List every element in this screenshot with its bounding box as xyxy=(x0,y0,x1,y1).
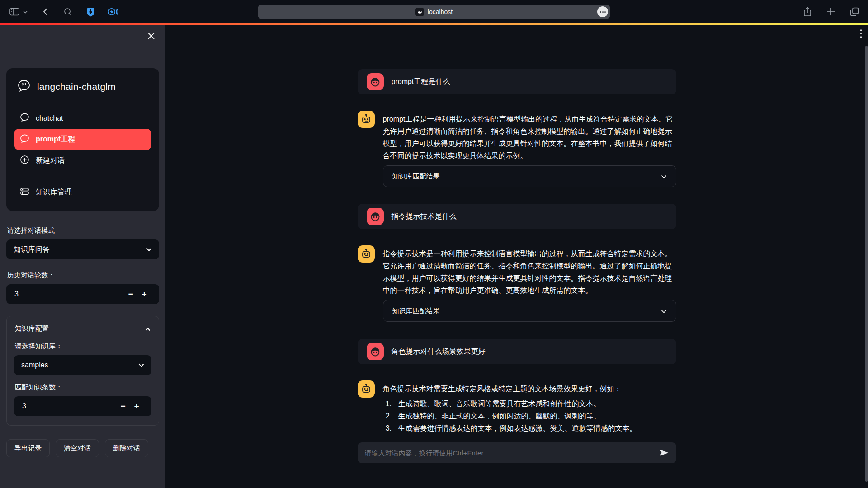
user-message-text: prompt工程是什么 xyxy=(392,77,450,87)
address-url: localhost xyxy=(428,8,453,15)
user-message: prompt工程是什么 xyxy=(358,69,676,94)
kb-match-expander[interactable]: 知识库匹配结果 xyxy=(383,165,676,187)
increment-button[interactable]: + xyxy=(130,401,143,411)
chevron-down-icon xyxy=(146,245,152,253)
share-icon[interactable] xyxy=(802,6,813,17)
chat-input-bar xyxy=(358,442,676,463)
chat-input[interactable] xyxy=(365,449,654,457)
search-icon[interactable] xyxy=(62,6,73,17)
kb-config-title: 知识库配置 xyxy=(15,324,49,333)
assistant-message-text: 指令提示技术是一种利用提示来控制语言模型输出的过程，从而生成符合特定需求的文本。… xyxy=(383,245,676,296)
user-message: 角色提示对什么场景效果更好 xyxy=(358,339,676,364)
address-more-button[interactable] xyxy=(597,6,608,17)
sidebar-item-label: 新建对话 xyxy=(36,156,65,165)
kb-select-label: 请选择知识库： xyxy=(15,342,151,351)
user-message-text: 指令提示技术是什么 xyxy=(392,212,457,221)
kb-select-value: samples xyxy=(21,361,48,369)
chevron-down-icon xyxy=(23,6,28,17)
kb-match-expander-label: 知识库匹配结果 xyxy=(392,307,440,315)
send-icon[interactable] xyxy=(659,449,669,457)
sidebar-item-label: prompt工程 xyxy=(36,135,75,144)
decrement-button[interactable]: − xyxy=(124,289,137,299)
sidebar-item-chatchat[interactable]: chatchat xyxy=(14,108,151,129)
app-logo-icon xyxy=(17,79,31,94)
history-rounds-stepper[interactable]: 3 − + xyxy=(6,284,159,304)
browser-toolbar: localhost xyxy=(0,0,868,23)
assistant-message-text: prompt工程是一种利用提示来控制语言模型输出的过程，从而生成符合特定需求的文… xyxy=(383,111,676,162)
user-avatar xyxy=(367,73,384,90)
kb-match-expander-label: 知识库匹配结果 xyxy=(392,172,440,181)
sidebar-toggle-button[interactable] xyxy=(9,6,28,17)
app-title: langchain-chatglm xyxy=(37,81,116,92)
plus-circle-icon xyxy=(20,155,29,166)
chevron-down-icon xyxy=(661,173,667,180)
list-item: 生成诗歌、歌词、音乐歌词等需要具有艺术感和创作性的文本。 xyxy=(394,398,637,410)
app-sidebar: langchain-chatglm chatchat prompt工程 xyxy=(0,25,165,488)
kb-match-expander[interactable]: 知识库匹配结果 xyxy=(383,300,676,322)
dialog-mode-label: 请选择对话模式 xyxy=(7,226,158,235)
sidebar-close-icon[interactable] xyxy=(147,32,156,41)
decrement-button[interactable]: − xyxy=(116,401,130,411)
clear-dialog-button[interactable]: 清空对话 xyxy=(56,439,99,457)
extension-star-wave-icon[interactable] xyxy=(108,6,118,17)
user-avatar xyxy=(367,343,384,360)
assistant-message-text: 角色提示技术对需要生成特定风格或特定主题的文本场景效果更好，例如： xyxy=(383,380,637,395)
user-avatar xyxy=(367,208,384,225)
sidebar-item-prompt-project[interactable]: prompt工程 xyxy=(14,129,151,150)
assistant-message: prompt工程是一种利用提示来控制语言模型输出的过程，从而生成符合特定需求的文… xyxy=(358,111,676,162)
topk-stepper[interactable]: 3 − + xyxy=(14,396,151,416)
database-stack-icon xyxy=(20,187,29,198)
dialog-mode-value: 知识库问答 xyxy=(14,245,50,254)
page-scrollbar[interactable] xyxy=(865,46,868,482)
user-message-text: 角色提示对什么场景效果更好 xyxy=(392,347,486,357)
sidebar-item-label: chatchat xyxy=(36,114,63,122)
site-favicon xyxy=(415,8,424,16)
extension-shield-icon[interactable] xyxy=(85,6,96,17)
chat-bubble-icon xyxy=(20,113,29,124)
chevron-down-icon xyxy=(138,361,144,369)
assistant-message-list: 生成诗歌、歌词、音乐歌词等需要具有艺术感和创作性的文本。 生成独特的、非正式的文… xyxy=(394,398,637,434)
history-rounds-value: 3 xyxy=(14,290,124,298)
sidebar-toggle-icon xyxy=(9,6,20,17)
chevron-up-icon xyxy=(145,325,151,333)
kb-select[interactable]: samples xyxy=(14,355,151,375)
assistant-avatar xyxy=(358,111,375,128)
new-tab-icon[interactable] xyxy=(826,6,836,17)
tab-overview-icon[interactable] xyxy=(849,6,860,17)
back-button[interactable] xyxy=(40,6,51,17)
page-menu-kebab-icon[interactable] xyxy=(860,29,862,38)
sidebar-nav-card: langchain-chatglm chatchat prompt工程 xyxy=(6,68,159,211)
assistant-avatar xyxy=(358,245,375,263)
topk-label: 匹配知识条数： xyxy=(15,383,151,392)
sidebar-item-label: 知识库管理 xyxy=(36,188,72,197)
increment-button[interactable]: + xyxy=(137,289,151,299)
assistant-message: 角色提示技术对需要生成特定风格或特定主题的文本场景效果更好，例如： 生成诗歌、歌… xyxy=(358,380,676,434)
list-item: 生成需要进行情感表达的文本，例如表达感激、赞美、道歉等情感的文本。 xyxy=(394,422,637,434)
kb-config-header[interactable]: 知识库配置 xyxy=(14,324,151,334)
assistant-avatar xyxy=(358,380,375,398)
delete-dialog-button[interactable]: 删除对话 xyxy=(105,439,148,457)
sidebar-divider xyxy=(17,176,148,176)
history-rounds-label: 历史对话轮数： xyxy=(7,271,158,280)
chevron-down-icon xyxy=(661,307,667,315)
kb-config-panel: 知识库配置 请选择知识库： samples 匹配知识条数： 3 − + xyxy=(6,316,159,426)
list-item: 生成独特的、非正式的文本，例如闲适的、幽默的、讽刺的等。 xyxy=(394,410,637,422)
address-bar[interactable]: localhost xyxy=(258,5,610,19)
sidebar-item-new-dialog[interactable]: 新建对话 xyxy=(14,150,151,171)
export-records-button[interactable]: 导出记录 xyxy=(6,439,50,457)
dialog-mode-select[interactable]: 知识库问答 xyxy=(6,239,159,259)
topk-value: 3 xyxy=(22,402,116,410)
chat-main: prompt工程是什么 prompt工程是一种利用提示来控制语言模型输出的过程，… xyxy=(165,25,868,488)
chat-bubble-icon xyxy=(20,134,29,145)
sidebar-item-kb-management[interactable]: 知识库管理 xyxy=(14,182,151,203)
user-message: 指令提示技术是什么 xyxy=(358,204,676,229)
assistant-message: 指令提示技术是一种利用提示来控制语言模型输出的过程，从而生成符合特定需求的文本。… xyxy=(358,245,676,296)
